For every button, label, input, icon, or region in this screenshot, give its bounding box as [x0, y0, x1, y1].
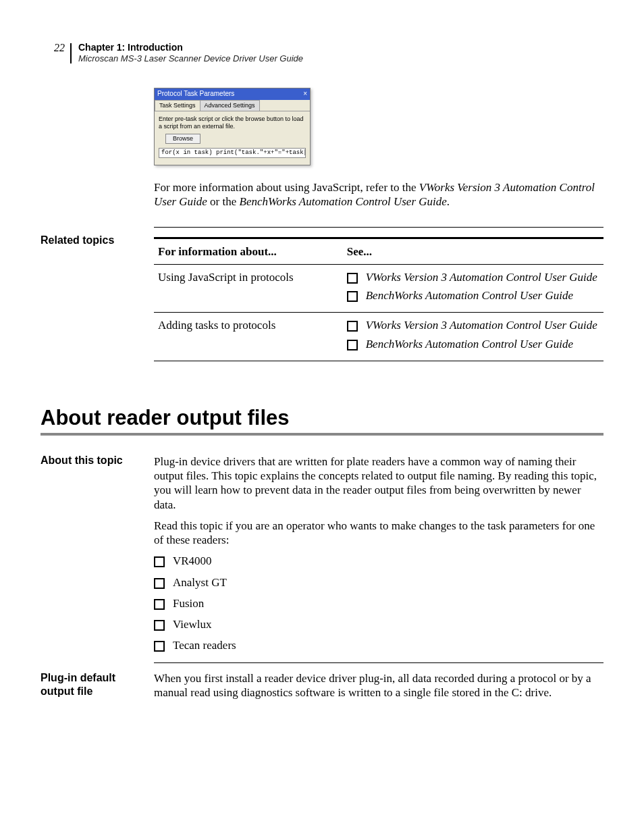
- header-divider: [70, 43, 72, 63]
- table-row: Adding tasks to protocols VWorks Version…: [154, 313, 603, 361]
- reference-link: BenchWorks Automation Control User Guide: [366, 337, 573, 351]
- list-item: Analyst GT: [173, 575, 227, 590]
- plugin-default-paragraph: When you first install a reader device d…: [154, 671, 603, 700]
- browse-button-image: Browse: [165, 134, 200, 144]
- about-cell: Adding tasks to protocols: [154, 313, 343, 361]
- close-icon: ×: [303, 90, 307, 99]
- tab-advanced-settings: Advanced Settings: [200, 100, 260, 111]
- tab-task-settings: Task Settings: [155, 100, 200, 111]
- dialog-screenshot: Protocol Task Parameters × Task Settings…: [154, 88, 311, 165]
- reference-link: BenchWorks Automation Control User Guide: [366, 288, 573, 303]
- divider: [154, 662, 603, 663]
- about-topic-p2: Read this topic if you are an operator w…: [154, 519, 603, 548]
- javascript-info-paragraph: For more information about using JavaScr…: [154, 180, 603, 209]
- script-textbox-image: for(x in task) print("task."+x+"="+task[…: [159, 148, 306, 158]
- dialog-title: Protocol Task Parameters: [157, 90, 234, 99]
- col-see: See...: [343, 238, 603, 264]
- list-item: Fusion: [173, 596, 204, 610]
- square-bullet-icon: [347, 273, 358, 284]
- sidehead-related-topics: Related topics: [41, 234, 154, 368]
- divider: [154, 227, 603, 228]
- square-bullet-icon: [154, 599, 165, 610]
- section-rule: [41, 433, 603, 436]
- reference-link: VWorks Version 3 Automation Control User…: [366, 270, 597, 284]
- table-row: Using JavaScript in protocols VWorks Ver…: [154, 264, 603, 313]
- reference-link: VWorks Version 3 Automation Control User…: [366, 318, 597, 332]
- square-bullet-icon: [347, 340, 358, 350]
- dialog-instructions: Enter pre-task script or click the brows…: [159, 115, 306, 131]
- section-about-reader-output-files: About reader output files: [41, 368, 603, 436]
- page-header: 22 Chapter 1: Introduction Microscan MS-…: [41, 42, 603, 63]
- square-bullet-icon: [154, 556, 165, 567]
- sidehead-about-this-topic: About this topic: [41, 454, 154, 671]
- col-about: For information about...: [154, 238, 343, 264]
- square-bullet-icon: [154, 578, 165, 589]
- square-bullet-icon: [347, 321, 358, 332]
- square-bullet-icon: [154, 641, 165, 652]
- guide-title: Microscan MS-3 Laser Scanner Device Driv…: [78, 53, 303, 64]
- chapter-title: Chapter 1: Introduction: [78, 42, 303, 53]
- reader-list: VR4000 Analyst GT Fusion Viewlux Tecan r…: [154, 554, 603, 652]
- sidehead-plugin-default: Plug-in default output file: [41, 671, 154, 707]
- page-number: 22: [41, 42, 65, 54]
- square-bullet-icon: [154, 620, 165, 631]
- about-cell: Using JavaScript in protocols: [154, 264, 343, 313]
- list-item: VR4000: [173, 554, 212, 568]
- about-topic-p1: Plug-in device drivers that are written …: [154, 454, 603, 512]
- section-heading: About reader output files: [41, 406, 603, 430]
- list-item: Tecan readers: [173, 638, 236, 652]
- list-item: Viewlux: [173, 617, 212, 631]
- square-bullet-icon: [347, 291, 358, 302]
- related-topics-table: For information about... See... Using Ja…: [154, 237, 603, 361]
